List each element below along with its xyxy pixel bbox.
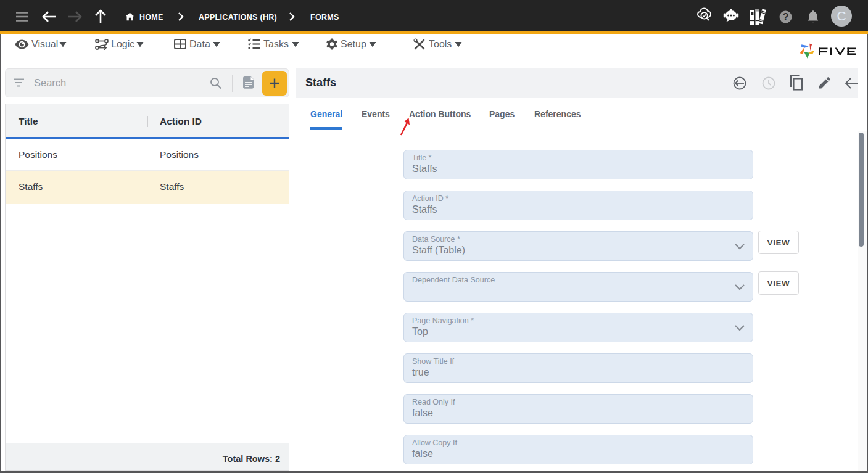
svg-text:?: ? xyxy=(782,11,788,22)
